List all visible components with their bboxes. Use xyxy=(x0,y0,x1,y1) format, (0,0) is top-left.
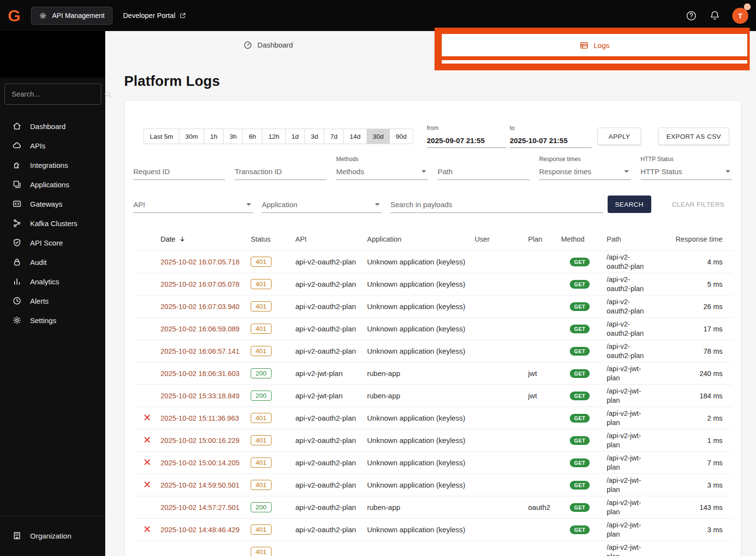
method-badge: GET xyxy=(570,458,590,467)
status-cell: 200 xyxy=(251,502,295,512)
api-cell: api-v2-jwt-plan xyxy=(295,392,367,400)
time-range-button[interactable]: 30m xyxy=(179,129,204,144)
log-date-link[interactable]: 2025-10-02 16:06:59.089 xyxy=(161,325,240,333)
time-range-button[interactable]: Last 5m xyxy=(144,129,179,144)
row-error-cell xyxy=(133,525,161,535)
time-range-button[interactable]: 14d xyxy=(344,129,367,144)
log-date-link[interactable]: 2025-10-02 15:00:16.229 xyxy=(161,437,240,444)
table-row[interactable]: 2025-10-02 15:00:16.229 401 api-v2-oauth… xyxy=(133,429,732,451)
help-icon[interactable] xyxy=(685,10,697,22)
log-date-link[interactable]: 2025-10-02 16:07:05.078 xyxy=(161,280,240,288)
log-date-link[interactable]: 2025-10-02 16:06:31.603 xyxy=(161,370,240,377)
app-switcher-button[interactable]: API Management xyxy=(31,7,112,25)
api-select[interactable]: API xyxy=(133,200,253,213)
kafka-nodes-icon xyxy=(12,218,22,228)
row-error-cell xyxy=(133,391,161,401)
sidebar-item-apis[interactable]: APIs xyxy=(0,136,105,155)
payload-search-input[interactable] xyxy=(390,200,603,213)
table-row[interactable]: 2025-10-02 14:48:46.429 401 api-v2-oauth… xyxy=(133,518,732,540)
clear-filters-button[interactable]: CLEAR FILTERS xyxy=(664,196,732,213)
column-header-date[interactable]: Date xyxy=(161,235,251,243)
log-date-link[interactable]: 2025-10-02 14:59:50.501 xyxy=(161,481,240,489)
time-range-button[interactable]: 1h xyxy=(204,129,224,144)
time-range-button[interactable]: 3h xyxy=(224,129,243,144)
transaction-id-input[interactable] xyxy=(235,167,326,180)
time-range-button[interactable]: 30d xyxy=(367,129,390,144)
sidebar-item-settings[interactable]: Settings xyxy=(0,311,105,330)
from-date-field[interactable]: from 2025-09-07 21:55 xyxy=(427,125,507,148)
http-status-select[interactable]: HTTP Status xyxy=(641,167,732,180)
chevron-down-icon xyxy=(246,203,251,206)
status-cell: 401 xyxy=(251,279,295,289)
sidebar-item-dashboard[interactable]: Dashboard xyxy=(0,116,105,136)
methods-select[interactable]: Methods xyxy=(336,167,428,180)
status-badge: 401 xyxy=(251,279,272,289)
response-time-cell: 17 ms xyxy=(650,325,732,333)
table-row[interactable]: 2025-10-02 14:59:50.501 401 api-v2-oauth… xyxy=(133,474,732,496)
time-range-button[interactable]: 90d xyxy=(390,129,413,144)
time-range-button[interactable]: 3d xyxy=(305,129,324,144)
search-button[interactable]: SEARCH xyxy=(608,196,651,213)
tab-dashboard[interactable]: Dashboard xyxy=(105,31,431,59)
sidebar-item-gateways[interactable]: Gateways xyxy=(0,194,105,213)
table-row[interactable]: 2025-10-02 16:06:57.141 401 api-v2-oauth… xyxy=(133,340,732,362)
bell-icon[interactable] xyxy=(709,10,721,21)
sidebar-item-alerts[interactable]: Alerts xyxy=(0,291,105,311)
date-cell: 2025-10-02 16:06:59.089 xyxy=(161,325,251,333)
export-csv-button[interactable]: EXPORT AS CSV xyxy=(658,128,729,145)
time-range-button[interactable]: 6h xyxy=(243,129,262,144)
sidebar-item-integrations[interactable]: Integrations xyxy=(0,155,105,175)
log-date-link[interactable]: 2025-10-02 15:00:14.205 xyxy=(161,459,240,467)
log-date-link[interactable]: 2025-10-02 16:07:03.940 xyxy=(161,303,240,311)
sidebar-item-applications[interactable]: Applications xyxy=(0,175,105,194)
table-row[interactable]: 2025-10-02 15:00:14.205 401 api-v2-oauth… xyxy=(133,451,732,474)
table-row[interactable]: 2025-10-02 16:07:05.078 401 api-v2-oauth… xyxy=(133,273,732,295)
date-cell: 2025-10-02 15:00:14.205 xyxy=(161,458,251,467)
search-input[interactable] xyxy=(11,90,103,98)
to-date-field[interactable]: to 2025-10-07 21:55 xyxy=(510,125,592,148)
request-id-input[interactable] xyxy=(133,167,225,180)
from-date-input[interactable]: 2025-09-07 21:55 xyxy=(427,136,507,148)
response-times-label: Response times xyxy=(539,156,631,163)
table-row[interactable]: 2025-10-02 16:07:03.940 401 api-v2-oauth… xyxy=(133,295,732,317)
table-row[interactable]: 401 /api-v2-jwt-plan xyxy=(133,540,732,556)
time-range-button[interactable]: 7d xyxy=(324,129,344,144)
time-range-button[interactable]: 12h xyxy=(262,129,286,144)
chevron-down-icon xyxy=(725,170,730,173)
apply-button[interactable]: APPLY xyxy=(597,128,641,145)
avatar-status-dot xyxy=(744,3,751,10)
sidebar-item-api-score[interactable]: API Score xyxy=(0,233,105,252)
column-header-status: Status xyxy=(251,235,295,243)
table-row[interactable]: 2025-10-02 16:06:59.089 401 api-v2-oauth… xyxy=(133,317,732,340)
time-range-group: Last 5m 30m 1h 3h 6h 12h 1d 3d 7d xyxy=(144,129,413,144)
sidebar-item-audit[interactable]: Audit xyxy=(0,252,105,272)
path-input[interactable] xyxy=(438,167,530,180)
time-range-button[interactable]: 1d xyxy=(286,129,305,144)
application-select[interactable]: Application xyxy=(262,200,382,213)
sidebar-item-analytics[interactable]: Analytics xyxy=(0,272,105,291)
table-row[interactable]: 2025-10-02 16:06:31.603 200 api-v2-jwt-p… xyxy=(133,362,732,384)
log-date-link[interactable]: 2025-10-02 14:48:46.429 xyxy=(161,526,240,534)
table-row[interactable]: 2025-10-02 15:33:18.849 200 api-v2-jwt-p… xyxy=(133,384,732,407)
sidebar-search-box[interactable] xyxy=(4,83,101,105)
response-time-cell: 2 ms xyxy=(650,414,732,422)
sidebar-item-organization[interactable]: Organization xyxy=(0,526,105,545)
sidebar-item-kafka-clusters[interactable]: Kafka Clusters xyxy=(0,213,105,233)
sidebar-nav: Dashboard APIs Integrations Applications… xyxy=(0,116,105,330)
building-icon xyxy=(12,531,22,540)
response-times-select[interactable]: Response times xyxy=(539,167,631,180)
log-date-link[interactable]: 2025-10-02 14:57:27.501 xyxy=(161,504,240,511)
table-row[interactable]: 2025-10-02 15:11:36.963 401 api-v2-oauth… xyxy=(133,407,732,429)
log-date-link[interactable]: 2025-10-02 15:33:18.849 xyxy=(161,392,240,400)
developer-portal-link[interactable]: Developer Portal xyxy=(123,12,186,19)
log-date-link[interactable]: 2025-10-02 15:11:36.963 xyxy=(161,414,239,422)
log-date-link[interactable]: 2025-10-02 16:06:57.141 xyxy=(161,347,240,355)
to-date-input[interactable]: 2025-10-07 21:55 xyxy=(510,136,592,148)
tab-logs[interactable]: Logs xyxy=(442,34,747,56)
log-date-link[interactable]: 2025-10-02 16:07:05.718 xyxy=(161,258,240,266)
app-switcher-label: API Management xyxy=(52,12,104,19)
table-row[interactable]: 2025-10-02 16:07:05.718 401 api-v2-oauth… xyxy=(133,250,732,273)
date-cell: 2025-10-02 16:07:05.078 xyxy=(161,280,251,288)
table-row[interactable]: 2025-10-02 14:57:27.501 200 api-v2-oauth… xyxy=(133,496,732,518)
gravitee-logo[interactable]: G xyxy=(8,6,20,25)
